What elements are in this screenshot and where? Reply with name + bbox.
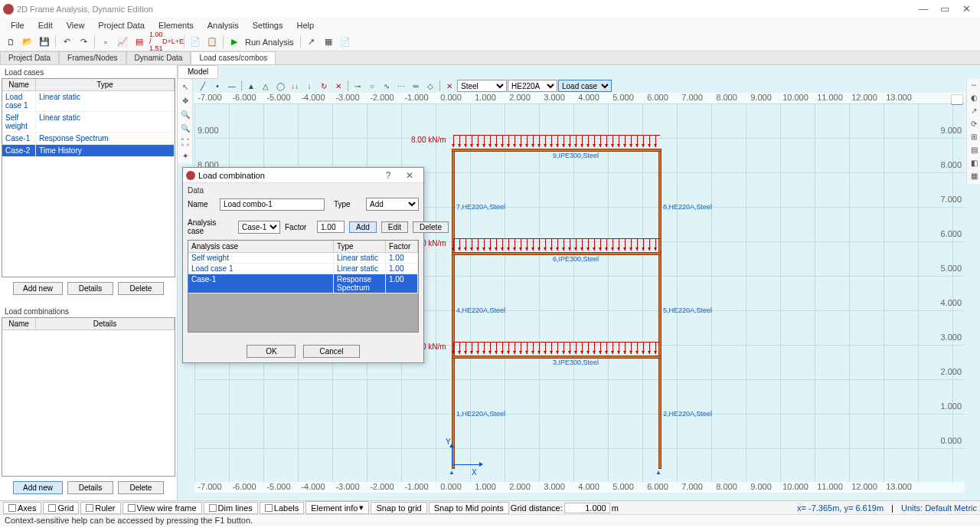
table-row[interactable]: Self weight Linear static — [2, 112, 175, 133]
column-right[interactable] — [658, 149, 662, 469]
hinge-icon[interactable]: ○ — [365, 80, 379, 92]
snap-mid-toggle[interactable]: Snap to Mid points — [429, 502, 509, 514]
support-pin-icon[interactable]: △ — [259, 80, 273, 92]
view-tool6-icon[interactable]: ▤ — [969, 146, 979, 156]
table-row[interactable]: Load case 1 Linear static — [2, 91, 175, 112]
results-tool1-icon[interactable]: ↗ — [304, 34, 319, 50]
tab-frames-nodes[interactable]: Frames/Nodes — [59, 51, 126, 64]
column-left[interactable] — [452, 149, 455, 469]
tab-load-cases[interactable]: Load cases/combos — [191, 51, 276, 64]
load-combos-table[interactable]: Name Details — [2, 317, 175, 477]
support-roller-icon[interactable]: ◯ — [273, 80, 287, 92]
load-cases-table[interactable]: Name Type Load case 1 Linear static Self… — [2, 78, 175, 277]
load-top[interactable] — [453, 135, 660, 149]
support-left[interactable] — [449, 467, 458, 473]
add-new-button[interactable]: Add new — [13, 282, 63, 295]
maximize-button[interactable]: ▭ — [934, 2, 956, 17]
view-tool1-icon[interactable]: ↔ — [969, 80, 979, 91]
ruler-toggle[interactable]: Ruler — [80, 502, 120, 514]
menu-analysis[interactable]: Analysis — [201, 19, 245, 31]
dialog-table-row[interactable]: Self weight Linear static 1.00 — [188, 253, 418, 264]
grid-toggle[interactable]: Grid — [43, 502, 79, 514]
close-button[interactable]: ✕ — [956, 2, 977, 17]
zoom-window-icon[interactable]: ✦ — [179, 149, 191, 162]
section-tool-icon[interactable]: ▤ — [132, 34, 147, 50]
moment-load-icon[interactable]: ↻ — [317, 80, 331, 92]
table-row[interactable]: Case-2 Time History — [2, 145, 175, 157]
spring-icon[interactable]: ∿ — [380, 80, 394, 92]
draw-node-icon[interactable]: • — [211, 80, 224, 92]
loadcase-select[interactable]: Load case 1 — [558, 80, 612, 92]
element-info-dropdown[interactable]: Element info ▾ — [305, 501, 369, 514]
snap-grid-toggle[interactable]: Snap to grid — [371, 502, 426, 514]
menu-elements[interactable]: Elements — [152, 19, 200, 31]
table-row[interactable]: Case-1 Response Spectrum — [2, 133, 175, 145]
menu-project-data[interactable]: Project Data — [92, 19, 151, 31]
load-mid[interactable] — [453, 238, 660, 252]
undo-icon[interactable]: ↶ — [59, 34, 74, 50]
run-analysis-label[interactable]: Run Analysis — [245, 38, 294, 47]
wireframe-toggle[interactable]: View wire frame — [122, 502, 202, 514]
redo-icon[interactable]: ↷ — [76, 34, 91, 50]
axes-toggle[interactable]: Axes — [3, 502, 41, 514]
menu-file[interactable]: File — [5, 19, 31, 31]
case-select[interactable]: Case-1 — [238, 221, 280, 234]
dialog-edit-button[interactable]: Edit — [381, 221, 408, 233]
menu-settings[interactable]: Settings — [247, 19, 289, 31]
point-load-icon[interactable]: ↓ — [302, 80, 316, 92]
dialog-help-button[interactable]: ? — [377, 170, 399, 181]
dist-load-icon[interactable]: ↓↓ — [288, 80, 302, 92]
zoom-fit-icon[interactable]: ⛶ — [179, 136, 191, 148]
factor-input[interactable] — [317, 221, 345, 233]
node-tool-icon[interactable]: ▫ — [98, 34, 113, 50]
view-tool5-icon[interactable]: ⊞ — [969, 133, 979, 143]
dialog-table[interactable]: Analysis case Type Factor Self weight Li… — [188, 240, 419, 333]
view-tool4-icon[interactable]: ⟳ — [969, 120, 979, 130]
dialog-table-row[interactable]: Case-1 Response Spectrum 1.00 — [188, 274, 418, 293]
labels-toggle[interactable]: Labels — [260, 502, 304, 514]
name-input[interactable] — [220, 198, 325, 211]
tab-dynamic-data[interactable]: Dynamic Data — [126, 51, 191, 64]
combo-display[interactable]: D+L+E — [165, 34, 181, 50]
zoom-in-icon[interactable]: 🔍 — [179, 108, 191, 120]
report-tool-icon[interactable]: 📋 — [204, 34, 220, 50]
delete-button[interactable]: Delete — [118, 282, 164, 295]
canvas-tab-model[interactable]: Model — [178, 65, 218, 79]
new-file-icon[interactable]: 🗋 — [3, 34, 18, 50]
draw-line-icon[interactable]: ╱ — [196, 80, 210, 92]
offset-icon[interactable]: ◇ — [423, 80, 437, 92]
menu-edit[interactable]: Edit — [32, 19, 59, 31]
pointer-icon[interactable]: ↖ — [179, 80, 191, 93]
tab-project-data[interactable]: Project Data — [0, 51, 59, 64]
delete-element-icon[interactable]: ✕ — [443, 80, 456, 92]
chart-tool-icon[interactable]: 📈 — [115, 34, 130, 50]
dialog-table-row[interactable]: Load case 1 Linear static 1.00 — [188, 264, 418, 274]
open-file-icon[interactable]: 📂 — [20, 34, 35, 50]
combo-details-button[interactable]: Details — [67, 481, 113, 494]
support-right[interactable] — [655, 467, 665, 473]
load-low[interactable] — [453, 342, 660, 356]
delete-load-icon[interactable]: ✕ — [332, 80, 345, 92]
view-tool3-icon[interactable]: ↗ — [969, 107, 979, 117]
doc-tool-icon[interactable]: 📄 — [188, 34, 203, 50]
material-select[interactable]: Steel — [457, 80, 507, 92]
dialog-cancel-button[interactable]: Cancel — [303, 345, 359, 358]
menu-help[interactable]: Help — [290, 19, 320, 31]
run-analysis-icon[interactable]: ▶ — [227, 34, 242, 50]
dialog-ok-button[interactable]: OK — [247, 345, 296, 358]
view-tool2-icon[interactable]: ◐ — [969, 93, 979, 104]
dialog-add-button[interactable]: Add — [349, 221, 377, 233]
section-select[interactable]: HE220A — [508, 80, 557, 92]
minimize-button[interactable]: — — [913, 2, 934, 17]
move-icon[interactable]: ✥ — [179, 94, 191, 107]
view-tool8-icon[interactable]: ▦ — [969, 172, 979, 182]
dialog-close-button[interactable]: ✕ — [399, 170, 420, 181]
combo-add-new-button[interactable]: Add new — [13, 481, 63, 494]
dialog-delete-button[interactable]: Delete — [413, 221, 449, 233]
zoom-out-icon[interactable]: 🔍 — [179, 122, 191, 134]
draw-beam-icon[interactable]: — — [225, 80, 239, 92]
dimlines-toggle[interactable]: Dim lines — [204, 502, 258, 514]
save-file-icon[interactable]: 💾 — [37, 34, 52, 50]
grid-distance-input[interactable] — [564, 503, 610, 513]
results-tool3-icon[interactable]: 📄 — [338, 34, 353, 50]
